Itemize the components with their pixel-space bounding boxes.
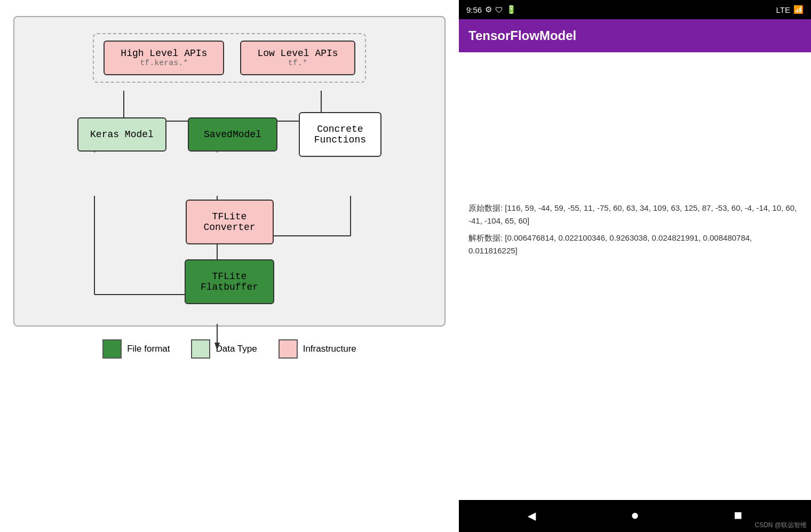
high-level-api-box: High Level APIs tf.keras.* bbox=[104, 41, 224, 75]
recent-button[interactable]: ■ bbox=[734, 508, 743, 524]
app-bar: TensorFlowModel bbox=[459, 19, 811, 52]
status-bar: 9:56 ⚙ 🛡 🔋 LTE 📶 bbox=[459, 0, 811, 19]
battery-icon: 🔋 bbox=[506, 5, 516, 14]
content-area: 原始数据: [116, 59, -44, 59, -55, 11, -75, 6… bbox=[459, 52, 811, 500]
parsed-data-text: 解析数据: [0.006476814, 0.022100346, 0.92630… bbox=[468, 232, 801, 257]
legend-file-format-box bbox=[102, 339, 122, 359]
lte-label: LTE bbox=[776, 5, 790, 14]
time-display: 9:56 bbox=[466, 5, 482, 14]
data-text: 原始数据: [116, 59, -44, 59, -55, 11, -75, 6… bbox=[468, 202, 801, 257]
status-right: LTE 📶 bbox=[776, 5, 804, 14]
legend-infrastructure-box bbox=[279, 339, 298, 359]
concrete-functions-box: ConcreteFunctions bbox=[299, 112, 381, 157]
middle-row: Keras Model SavedModel ConcreteFunctions bbox=[77, 112, 381, 157]
legend: File format Data Type Infrastructure bbox=[102, 339, 356, 359]
tflite-converter-box: TFLiteConverter bbox=[186, 200, 274, 244]
watermark: CSDN @联远智维 bbox=[754, 521, 807, 530]
left-panel: High Level APIs tf.keras.* Low Level API… bbox=[0, 0, 459, 532]
signal-icon: 📶 bbox=[793, 5, 804, 14]
api-group: High Level APIs tf.keras.* Low Level API… bbox=[93, 33, 365, 83]
low-level-api-box: Low Level APIs tf.* bbox=[240, 41, 355, 75]
keras-model-box: Keras Model bbox=[77, 117, 166, 152]
back-button[interactable]: ◀ bbox=[528, 507, 536, 525]
app-title: TensorFlowModel bbox=[468, 28, 576, 43]
raw-data-text: 原始数据: [116, 59, -44, 59, -55, 11, -75, 6… bbox=[468, 202, 801, 227]
legend-file-format: File format bbox=[102, 339, 170, 359]
saved-model-box: SavedModel bbox=[188, 117, 277, 152]
diagram-container: High Level APIs tf.keras.* Low Level API… bbox=[13, 16, 446, 327]
home-button[interactable]: ● bbox=[631, 508, 639, 524]
shield-icon: 🛡 bbox=[495, 5, 503, 14]
tflite-flatbuffer-box: TFLiteFlatbuffer bbox=[185, 259, 274, 304]
gear-icon: ⚙ bbox=[485, 5, 492, 14]
legend-data-type-box bbox=[191, 339, 210, 359]
legend-data-type: Data Type bbox=[191, 339, 257, 359]
legend-infrastructure: Infrastructure bbox=[279, 339, 356, 359]
status-left: 9:56 ⚙ 🛡 🔋 bbox=[466, 5, 516, 14]
right-panel: 9:56 ⚙ 🛡 🔋 LTE 📶 TensorFlowModel 原始数据: [… bbox=[459, 0, 811, 532]
